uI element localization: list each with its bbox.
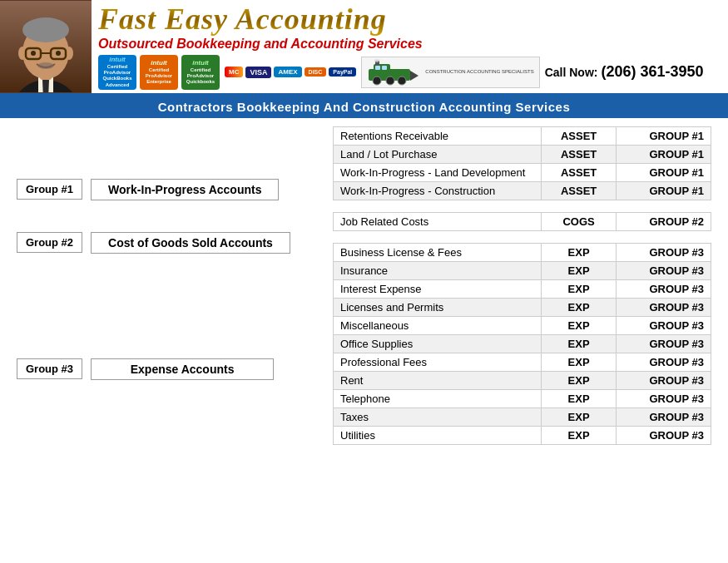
group-1-badge: Group #1 xyxy=(17,179,82,200)
svg-point-23 xyxy=(398,77,406,85)
svg-rect-19 xyxy=(375,66,380,70)
discover-logo: DISC xyxy=(305,67,327,77)
svg-point-21 xyxy=(373,77,381,85)
table-row: Professional Fees EXP GROUP #3 xyxy=(334,353,711,371)
train-caption: CONSTRUCTION ACCOUNTING SPECIALISTS xyxy=(425,69,533,75)
company-name: Fast Easy Accounting xyxy=(98,3,423,37)
table-row: Rent EXP GROUP #3 xyxy=(334,371,711,389)
page-header: Fast Easy Accounting Outsourced Bookkeep… xyxy=(0,0,728,96)
group-1-label: Work-In-Progress Accounts xyxy=(91,179,279,200)
phone-number: (206) 361-3950 xyxy=(601,63,703,81)
svg-point-14 xyxy=(56,51,61,56)
expense-section: Business License & Fees EXP GROUP #3 Ins… xyxy=(333,243,711,445)
wip-table: Retentions Receivable ASSET GROUP #1 Lan… xyxy=(333,126,711,200)
table-row: Utilities EXP GROUP #3 xyxy=(334,426,711,444)
table-row: Miscellaneous EXP GROUP #3 xyxy=(334,316,711,334)
paypal-logo: PayPal xyxy=(329,67,356,77)
header-top-row: Fast Easy Accounting Outsourced Bookkeep… xyxy=(92,0,728,52)
table-row: Work-In-Progress - Land Development ASSE… xyxy=(334,163,711,181)
credit-card-logos: MC VISA AMEX DISC PayPal xyxy=(225,67,356,78)
intuit-badge-2: intuit Certified ProAdvisor Enterprise xyxy=(140,55,178,90)
group-3-row: Group #3 Expense Accounts xyxy=(17,352,333,387)
table-row: Retentions Receivable ASSET GROUP #1 xyxy=(334,126,711,145)
table-row: Taxes EXP GROUP #3 xyxy=(334,407,711,426)
table-row: Licenses and Permits EXP GROUP #3 xyxy=(334,298,711,316)
intuit-badge-3: intuit Certified ProAdvisor Quickbooks xyxy=(181,55,220,90)
header-photo xyxy=(0,0,92,93)
group-1-row: Group #1 Work-In-Progress Accounts xyxy=(17,172,333,207)
header-logos-row: intuit Certified ProAdvisor QuickBooks A… xyxy=(92,52,728,93)
group-2-label: Cost of Goods Sold Accounts xyxy=(91,232,290,254)
tables-panel: Retentions Receivable ASSET GROUP #1 Lan… xyxy=(333,126,711,445)
expense-table: Business License & Fees EXP GROUP #3 Ins… xyxy=(333,243,711,445)
site-banner: Contractors Bookkeeping And Construction… xyxy=(0,96,728,118)
svg-point-7 xyxy=(22,17,69,42)
mastercard-logo: MC xyxy=(225,67,243,77)
cogs-section: Job Related Costs COGS GROUP #2 xyxy=(333,212,711,231)
group-3-label: Expense Accounts xyxy=(91,358,274,380)
svg-rect-20 xyxy=(382,66,387,70)
table-row: Insurance EXP GROUP #3 xyxy=(334,261,711,279)
wip-section: Retentions Receivable ASSET GROUP #1 Lan… xyxy=(333,126,711,200)
call-now-section: Call Now: (206) 361-3950 xyxy=(545,63,704,81)
intuit-badge-1: intuit Certified ProAdvisor QuickBooks A… xyxy=(98,55,136,90)
svg-marker-24 xyxy=(410,71,418,81)
groups-panel: Group #1 Work-In-Progress Accounts Group… xyxy=(17,126,333,445)
table-row: Business License & Fees EXP GROUP #3 xyxy=(334,243,711,261)
cogs-table: Job Related Costs COGS GROUP #2 xyxy=(333,212,711,231)
amex-logo: AMEX xyxy=(274,67,301,77)
svg-point-13 xyxy=(31,51,36,56)
visa-logo: VISA xyxy=(245,67,271,78)
group-2-badge: Group #2 xyxy=(17,232,82,253)
svg-point-22 xyxy=(386,77,394,85)
group-3-badge: Group #3 xyxy=(17,358,82,379)
table-row: Office Supplies EXP GROUP #3 xyxy=(334,334,711,353)
call-label: Call Now: xyxy=(545,66,598,79)
table-row: Telephone EXP GROUP #3 xyxy=(334,389,711,407)
company-title: Fast Easy Accounting Outsourced Bookkeep… xyxy=(98,3,423,52)
table-row: Interest Expense EXP GROUP #3 xyxy=(334,279,711,298)
train-logo-box: CONSTRUCTION ACCOUNTING SPECIALISTS xyxy=(361,57,539,88)
header-right: Fast Easy Accounting Outsourced Bookkeep… xyxy=(92,0,728,93)
table-row: Job Related Costs COGS GROUP #2 xyxy=(334,212,711,230)
table-row: Work-In-Progress - Construction ASSET GR… xyxy=(334,181,711,200)
group-2-row: Group #2 Cost of Goods Sold Accounts xyxy=(17,225,333,260)
table-row: Land / Lot Purchase ASSET GROUP #1 xyxy=(334,145,711,163)
main-content: Group #1 Work-In-Progress Accounts Group… xyxy=(0,118,728,453)
company-subtitle: Outsourced Bookkeeping and Accounting Se… xyxy=(98,37,423,52)
svg-point-15 xyxy=(37,62,54,69)
